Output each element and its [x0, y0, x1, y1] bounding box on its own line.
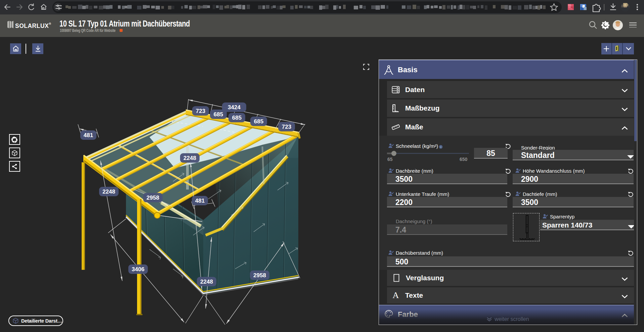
- svg-text:2248: 2248: [200, 279, 213, 285]
- svg-text:3424: 3424: [228, 104, 241, 111]
- svg-text:685: 685: [254, 118, 263, 125]
- svg-text:2958: 2958: [253, 272, 266, 279]
- svg-text:723: 723: [282, 124, 291, 130]
- svg-text:481: 481: [84, 132, 93, 138]
- svg-text:685: 685: [214, 111, 223, 118]
- svg-text:2958: 2958: [146, 195, 159, 201]
- svg-text:481: 481: [195, 198, 205, 204]
- svg-text:685: 685: [232, 115, 242, 121]
- svg-text:A: A: [393, 291, 399, 299]
- svg-text:3406: 3406: [132, 266, 144, 273]
- svg-text:2248: 2248: [183, 155, 196, 161]
- svg-text:723: 723: [196, 108, 205, 114]
- svg-text:2248: 2248: [102, 189, 115, 195]
